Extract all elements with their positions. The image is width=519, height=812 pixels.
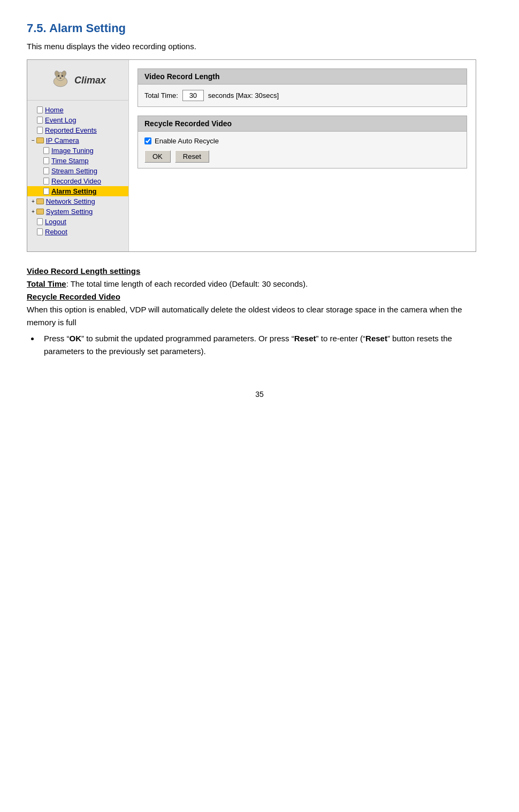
svg-point-6 [59, 78, 61, 79]
doc-icon [37, 117, 43, 124]
folder-icon [36, 137, 44, 143]
sidebar-item-time-stamp[interactable]: Time Stamp [27, 156, 128, 166]
sidebar-item-stream-setting[interactable]: Stream Setting [27, 166, 128, 176]
doc-icon [37, 218, 43, 225]
sidebar-item-system-setting[interactable]: + System Setting [27, 206, 128, 217]
recycle-video-section: Recycle Recorded Video Enable Auto Recyc… [138, 116, 467, 168]
sidebar-item-home[interactable]: Home [27, 105, 128, 115]
svg-point-4 [58, 75, 59, 76]
expand-icon: + [32, 198, 35, 204]
sidebar-item-alarm-setting[interactable]: Alarm Setting [27, 186, 128, 196]
sidebar: Climax Home Event Log Reported Events − … [27, 60, 129, 251]
doc-icon [37, 127, 43, 134]
enable-recycle-row: Enable Auto Recycle [144, 137, 460, 145]
folder-icon [36, 209, 44, 215]
doc-icon [37, 106, 43, 113]
ok-button[interactable]: OK [144, 150, 171, 163]
sidebar-item-logout[interactable]: Logout [27, 217, 128, 227]
total-time-label: Total Time: [144, 91, 178, 99]
enable-recycle-label: Enable Auto Recycle [155, 137, 219, 145]
doc-icon [43, 188, 49, 195]
page-number: 35 [27, 390, 492, 399]
video-record-length-header: Video Record Length [138, 69, 467, 85]
folder-icon [36, 198, 44, 204]
doc-icon [43, 157, 49, 164]
action-buttons-row: OK Reset [144, 150, 460, 163]
sidebar-item-recorded-video[interactable]: Recorded Video [27, 176, 128, 186]
total-time-desc-heading: Total Time [27, 279, 66, 288]
page-title: 7.5. Alarm Setting [27, 21, 492, 35]
doc-icon [43, 167, 49, 174]
sidebar-logo: Climax [27, 65, 128, 101]
recycle-video-header: Recycle Recorded Video [138, 116, 467, 132]
sidebar-item-network-setting[interactable]: + Network Setting [27, 196, 128, 206]
recycle-desc-text: When this option is enabled, VDP will au… [27, 303, 492, 329]
bullet1-reset: Reset [294, 334, 316, 343]
total-time-input[interactable] [182, 90, 204, 101]
screenshot-box: Climax Home Event Log Reported Events − … [27, 59, 476, 252]
total-time-desc-text: : The total time length of each recorded… [66, 279, 308, 288]
collapse-icon: − [32, 137, 35, 143]
bullet-item-1: Press “OK” to submit the updated program… [40, 332, 492, 358]
video-record-length-section: Video Record Length Total Time: seconds … [138, 68, 467, 107]
intro-text: This menu displays the video recording o… [27, 42, 492, 51]
main-content: Video Record Length Total Time: seconds … [129, 60, 476, 251]
bullet1-part2: ” to submit the updated programmed param… [81, 334, 294, 343]
bullet1-part1: Press “ [44, 334, 70, 343]
sidebar-item-reported-events[interactable]: Reported Events [27, 125, 128, 135]
bullet1-ok: OK [70, 334, 82, 343]
total-time-row: Total Time: seconds [Max: 30secs] [144, 90, 460, 101]
recycle-video-body: Enable Auto Recycle OK Reset [138, 132, 467, 168]
recycle-desc-heading: Recycle Recorded Video [27, 292, 120, 301]
enable-recycle-checkbox[interactable] [144, 137, 151, 144]
doc-icon [43, 147, 49, 154]
description-section: Video Record Length settings Total Time:… [27, 265, 492, 358]
doc-icon [43, 178, 49, 185]
bullet-list: Press “OK” to submit the updated program… [27, 332, 492, 358]
sidebar-item-event-log[interactable]: Event Log [27, 115, 128, 125]
expand-icon: + [32, 209, 35, 215]
reset-button[interactable]: Reset [175, 150, 209, 163]
doc-icon [37, 228, 43, 235]
sidebar-item-reboot[interactable]: Reboot [27, 227, 128, 237]
total-time-suffix: seconds [Max: 30secs] [208, 91, 279, 99]
bullet1-part3: ” to re-enter (“ [316, 334, 366, 343]
video-record-length-heading: Video Record Length settings [27, 266, 140, 275]
video-record-length-body: Total Time: seconds [Max: 30secs] [138, 85, 467, 106]
svg-point-5 [62, 75, 63, 76]
sidebar-item-image-tuning[interactable]: Image Tuning [27, 145, 128, 156]
logo-text: Climax [74, 75, 106, 86]
bullet1-reset2: Reset [365, 334, 387, 343]
sidebar-item-ip-camera[interactable]: − IP Camera [27, 135, 128, 145]
climax-logo-icon [50, 70, 71, 91]
